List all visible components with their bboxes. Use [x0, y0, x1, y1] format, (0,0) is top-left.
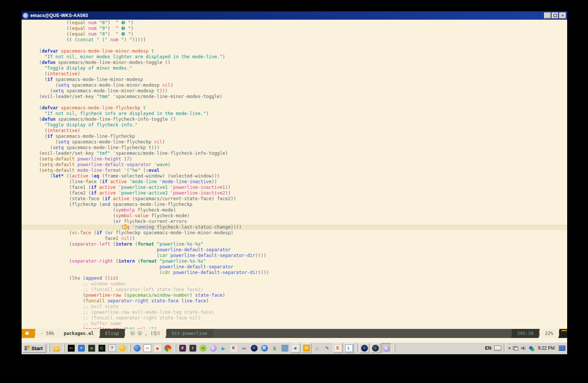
toolbar-grip[interactable] [48, 344, 50, 352]
code-buffer[interactable]: ((equal num "8") " ❽ ") ((equal num "9")… [22, 20, 567, 329]
taskbar-clock[interactable]: 9:22 PM [536, 346, 556, 351]
toolbar-grip[interactable] [356, 344, 358, 352]
restore-icon [554, 14, 557, 17]
globe-browser-icon[interactable] [133, 344, 142, 353]
window-title: emacs@QUE-WKS-AA593 [30, 13, 543, 18]
code-line: (funcall separator-right state-face line… [39, 298, 567, 304]
slack-icon[interactable]: # [178, 344, 187, 353]
modeline-wave-separator [122, 329, 127, 338]
chrome-icon[interactable]: ● [163, 344, 172, 353]
pen-app-icon[interactable]: ✎ [323, 344, 332, 353]
emacs-sphere-icon[interactable]: ε [209, 344, 218, 353]
code-line: (separator-left (intern (format "powerli… [39, 241, 567, 247]
code-line: ((equal num "8") " ❽ ") [39, 20, 567, 26]
code-line: (defun spacemacs/mode-line-flycheck-info… [39, 117, 567, 122]
code-line: (or flycheck-current-errors [39, 219, 567, 224]
code-line: (flycheckp (and spacemacs-mode-line-flyc… [39, 202, 567, 207]
modeline-buffer-state-size: - 59k [37, 329, 60, 338]
code-line: (separator-right (intern (format "powerl… [39, 258, 567, 264]
emacs-task-button[interactable]: ε [382, 343, 391, 353]
infinity-app-icon[interactable]: ∞ [239, 344, 249, 353]
perforce-p4-icon[interactable]: P4 [143, 344, 152, 353]
code-line: (defun spacemacs/mode-line-minor-modes-t… [39, 60, 567, 65]
current-line: (eq 'running flycheck-last-status-change… [22, 224, 567, 230]
modeline-minor-modes[interactable]: Ⓗ Ⓐ , (Ⓢ) [127, 329, 164, 338]
emacs-e-logo-icon[interactable]: E [333, 343, 343, 353]
google-play-icon[interactable]: ▶ [219, 344, 228, 353]
code-line: (lhs (append (list [39, 276, 567, 281]
cygwin-terminal-icon[interactable]: C [97, 344, 106, 353]
show-desktop-button[interactable] [559, 346, 565, 351]
eye-viewer-icon[interactable]: ◉ [291, 343, 300, 353]
modeline-buffer-name[interactable]: packages.el [60, 329, 97, 338]
modeline-vc-branch[interactable]: Git-powerline [168, 329, 211, 338]
toolbar-grip[interactable] [63, 344, 65, 352]
remote-desktop-icon[interactable]: ▸ [280, 344, 289, 353]
modeline-wave-separator [557, 329, 561, 338]
code-line: powerline-default-separator [39, 264, 567, 270]
code-line: (setq-default powerline-default-separato… [39, 162, 567, 168]
echo-area[interactable] [22, 338, 567, 342]
language-indicator[interactable]: EN [485, 346, 491, 351]
hidden-icons-chevron[interactable]: « [507, 347, 511, 349]
code-line: (t (concat " (" num ") "))))) [39, 37, 567, 43]
code-line: ;; (funcall separator-left state-face fa… [39, 287, 567, 293]
outlook-icon[interactable]: O [302, 343, 311, 353]
modeline-wave-separator [97, 329, 102, 338]
eclipse-task-button[interactable]: ≡ [360, 343, 369, 353]
volume-icon[interactable]: ) [521, 346, 526, 350]
modeline-major-mode[interactable]: Elisp [102, 329, 122, 338]
keyboard-layout-icon[interactable] [494, 346, 501, 351]
code-line: (let* ((active (eq (frame-selected-windo… [39, 173, 567, 179]
code-line [39, 43, 567, 48]
title-bar[interactable]: ε emacs@QUE-WKS-AA593 _ × [22, 11, 567, 20]
code-line: (face1 (if active 'powerline-active1 'po… [39, 185, 567, 190]
media-player-icon[interactable]: ◉ [87, 344, 96, 353]
taskbar: Start ▬C:\>◉C?P4◆●#‖≈ε▶K∞≡RS▸◉O☺✎EL≡○ε E… [22, 342, 567, 354]
desktop-screen: ε emacs@QUE-WKS-AA593 _ × ((equal num "8… [22, 11, 567, 354]
modeline-scroll-percent: 22% [541, 329, 557, 338]
code-line: (setq-default powerline-height 17) [39, 156, 567, 162]
folder-explorer-icon[interactable]: ▬ [52, 344, 61, 353]
diamond-app-icon[interactable]: ◆ [153, 344, 162, 353]
network-icon[interactable] [513, 346, 518, 350]
r-app-icon[interactable]: R [260, 344, 269, 353]
dropbox-icon[interactable]: ✓ [529, 346, 534, 351]
close-button[interactable]: × [559, 12, 566, 19]
spotify-icon[interactable]: ≈ [199, 344, 208, 353]
modeline-wave-separator [33, 329, 37, 338]
start-label: Start [31, 346, 43, 351]
code-line: (setq-default mode-line-format '("%e" (:… [39, 168, 567, 173]
steam-task-button[interactable]: ○ [371, 343, 380, 353]
minimize-button[interactable]: _ [544, 12, 551, 19]
restore-button[interactable] [552, 12, 558, 19]
code-line: "If not nil, minor modes lighter are dis… [39, 54, 567, 60]
snake-app-icon[interactable]: S [270, 344, 279, 353]
code-line: ;; (powerline-raw evil-mode-line-tag sta… [39, 310, 567, 315]
start-button[interactable]: Start [23, 344, 46, 353]
labview-icon[interactable]: L [344, 343, 354, 353]
code-line: "Toggle display of minor modes." [39, 65, 567, 71]
modeline-wave-separator [509, 329, 514, 338]
toolbar-grip[interactable] [393, 344, 395, 352]
powershell-icon[interactable]: > [77, 344, 86, 353]
setup-help-icon[interactable]: ? [108, 344, 117, 353]
gimp-wilber-icon[interactable]: ☺ [313, 344, 322, 353]
code-line: (defvar spacemacs-mode-line-minor-modesp… [39, 48, 567, 54]
command-prompt-icon[interactable]: C:\ [67, 344, 76, 353]
code-line: (cdr powerline-default-separator-dir)))) [39, 270, 567, 276]
toolbar-grip[interactable] [174, 344, 176, 352]
code-line: (interactive) [39, 71, 567, 77]
eclipse-icon[interactable]: ≡ [250, 344, 259, 353]
code-line: (evil-leader/set-key "tmf" 'spacemacs/mo… [39, 151, 567, 156]
code-line: powerline-default-separator [39, 247, 567, 253]
toolbar-grip[interactable] [129, 344, 131, 352]
code-line [39, 100, 567, 105]
code-line: (if spacemacs-mode-line-flycheckp [39, 134, 567, 139]
modeline-filler [215, 329, 509, 338]
code-line: ;; evil state [39, 304, 567, 310]
k-hand-app-icon[interactable]: K [229, 344, 238, 353]
pandora-icon[interactable]: ‖ [188, 344, 197, 353]
code-line: (setq spacemacs-mode-line-minor-modesp n… [39, 83, 567, 88]
rubber-duck-icon[interactable] [118, 344, 127, 353]
